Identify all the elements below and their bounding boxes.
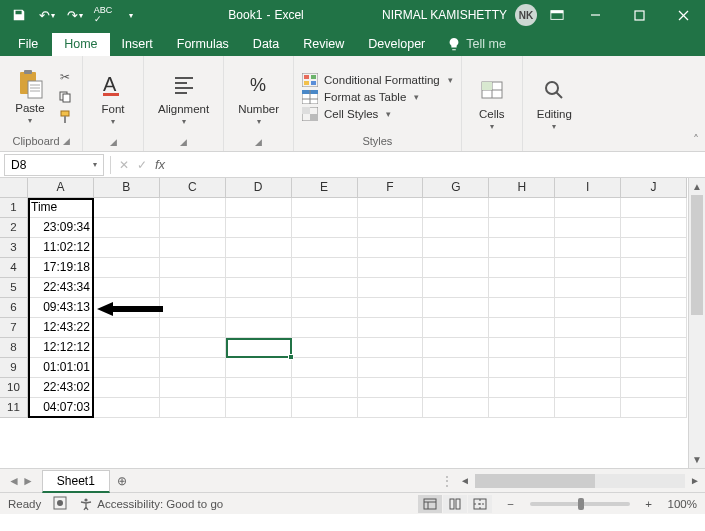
normal-view-button[interactable] <box>418 495 442 513</box>
cell[interactable] <box>555 318 621 338</box>
cell[interactable] <box>621 358 687 378</box>
column-header[interactable]: C <box>160 178 226 197</box>
cell[interactable] <box>226 278 292 298</box>
cell[interactable] <box>489 378 555 398</box>
cell[interactable] <box>160 398 226 418</box>
cell[interactable] <box>489 358 555 378</box>
cell[interactable] <box>94 378 160 398</box>
save-button[interactable] <box>6 3 32 27</box>
cell[interactable] <box>489 258 555 278</box>
cell[interactable] <box>226 198 292 218</box>
cell[interactable]: 22:43:02 <box>28 378 94 398</box>
cell[interactable] <box>489 278 555 298</box>
page-break-view-button[interactable] <box>468 495 492 513</box>
minimize-button[interactable] <box>573 0 617 30</box>
collapse-ribbon-button[interactable]: ˄ <box>693 133 699 147</box>
cell[interactable] <box>423 378 489 398</box>
redo-button[interactable]: ↷ ▾ <box>62 3 88 27</box>
cell[interactable] <box>94 198 160 218</box>
cell[interactable] <box>489 238 555 258</box>
horizontal-scrollbar[interactable]: ⋮ ◄ ► <box>437 474 705 488</box>
macro-record-button[interactable] <box>53 496 67 512</box>
paste-button[interactable]: Paste ▾ <box>8 66 52 127</box>
cell[interactable] <box>94 318 160 338</box>
cell[interactable] <box>226 338 292 358</box>
cell[interactable] <box>160 238 226 258</box>
cell[interactable] <box>489 398 555 418</box>
cell[interactable] <box>489 218 555 238</box>
cell[interactable] <box>358 198 424 218</box>
cell[interactable] <box>621 278 687 298</box>
accessibility-status[interactable]: Accessibility: Good to go <box>79 497 223 511</box>
cell[interactable] <box>226 318 292 338</box>
cell[interactable] <box>292 238 358 258</box>
row-header[interactable]: 8 <box>0 338 27 358</box>
row-header[interactable]: 2 <box>0 218 27 238</box>
cell[interactable] <box>489 298 555 318</box>
row-header[interactable]: 9 <box>0 358 27 378</box>
tab-insert[interactable]: Insert <box>110 33 165 56</box>
cell[interactable] <box>94 218 160 238</box>
cell[interactable] <box>292 338 358 358</box>
cell[interactable] <box>621 378 687 398</box>
font-button[interactable]: A Font ▾ <box>91 67 135 128</box>
cell[interactable] <box>160 318 226 338</box>
cell[interactable] <box>358 358 424 378</box>
editing-button[interactable]: Editing ▾ <box>531 72 578 133</box>
cell[interactable] <box>621 238 687 258</box>
cell[interactable] <box>358 318 424 338</box>
insert-function-button[interactable]: fx <box>155 157 165 172</box>
cell[interactable] <box>226 358 292 378</box>
vertical-scrollbar[interactable]: ▲ ▼ <box>688 178 705 468</box>
scroll-thumb[interactable] <box>475 474 595 488</box>
row-header[interactable]: 6 <box>0 298 27 318</box>
formula-input[interactable] <box>171 154 705 176</box>
row-header[interactable]: 10 <box>0 378 27 398</box>
font-dialog-launcher[interactable]: ◢ <box>110 137 117 147</box>
column-header[interactable]: G <box>423 178 489 197</box>
ribbon-display-options-button[interactable] <box>545 3 569 27</box>
cell[interactable]: 17:19:18 <box>28 258 94 278</box>
tab-developer[interactable]: Developer <box>356 33 437 56</box>
cell[interactable] <box>94 238 160 258</box>
number-dialog-launcher[interactable]: ◢ <box>255 137 262 147</box>
cell[interactable] <box>555 198 621 218</box>
cell[interactable] <box>292 318 358 338</box>
cell[interactable] <box>555 258 621 278</box>
cell[interactable] <box>226 238 292 258</box>
cell[interactable] <box>621 298 687 318</box>
alignment-button[interactable]: Alignment ▾ <box>152 67 215 128</box>
cell[interactable] <box>160 278 226 298</box>
cell[interactable]: 01:01:01 <box>28 358 94 378</box>
cell[interactable] <box>226 398 292 418</box>
select-all-corner[interactable] <box>0 178 28 198</box>
cell[interactable] <box>555 238 621 258</box>
cell[interactable] <box>423 198 489 218</box>
conditional-formatting-button[interactable]: Conditional Formatting▾ <box>302 73 453 87</box>
cut-button[interactable]: ✂ <box>56 69 74 85</box>
format-as-table-button[interactable]: Format as Table▾ <box>302 90 453 104</box>
cell[interactable] <box>423 338 489 358</box>
tab-data[interactable]: Data <box>241 33 291 56</box>
row-header[interactable]: 5 <box>0 278 27 298</box>
cell[interactable]: 04:07:03 <box>28 398 94 418</box>
cell[interactable]: 12:43:22 <box>28 318 94 338</box>
tab-file[interactable]: File <box>4 33 52 56</box>
cell[interactable] <box>358 218 424 238</box>
cell[interactable] <box>489 198 555 218</box>
cell[interactable]: Time <box>28 198 94 218</box>
cell[interactable] <box>94 358 160 378</box>
cell[interactable] <box>555 298 621 318</box>
cell[interactable] <box>555 378 621 398</box>
cell[interactable] <box>621 398 687 418</box>
cell[interactable] <box>358 378 424 398</box>
row-header[interactable]: 3 <box>0 238 27 258</box>
zoom-level[interactable]: 100% <box>668 498 697 510</box>
cell[interactable]: 22:43:34 <box>28 278 94 298</box>
cell[interactable] <box>226 218 292 238</box>
cell[interactable] <box>358 398 424 418</box>
cell[interactable] <box>160 298 226 318</box>
cell[interactable] <box>160 358 226 378</box>
cell[interactable] <box>160 218 226 238</box>
cell[interactable] <box>292 218 358 238</box>
